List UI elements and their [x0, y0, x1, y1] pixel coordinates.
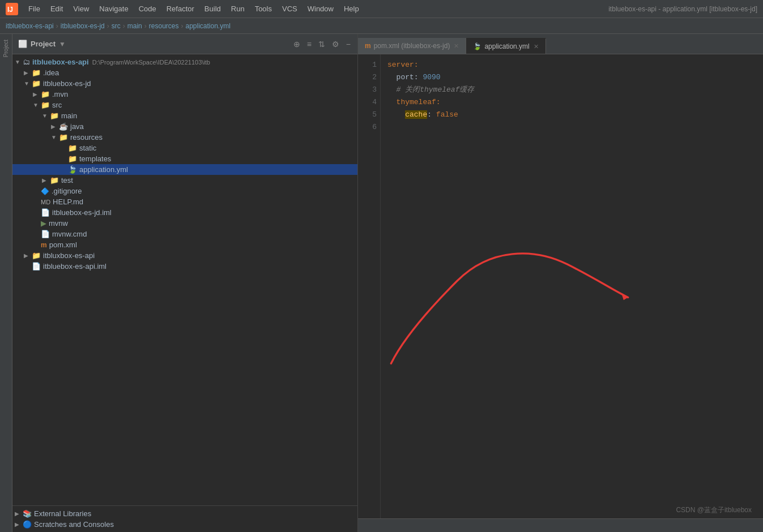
menu-build[interactable]: Build: [200, 3, 225, 15]
editor-area: m pom.xml (itbluebox-es-jd) ✕ 🍃 applicat…: [358, 34, 763, 532]
menu-file[interactable]: File: [24, 3, 45, 15]
tree-item-resources[interactable]: ▼ 📁 resources: [12, 132, 357, 143]
menu-edit[interactable]: Edit: [46, 3, 67, 15]
line-numbers: 1 2 3 4 5 6: [358, 54, 381, 518]
tree-bottom: ▶ 📚 External Libraries ▶ 🔵 Scratches and…: [12, 505, 357, 532]
menu-code[interactable]: Code: [134, 3, 161, 15]
tree-item-templates[interactable]: 📁 templates: [12, 153, 357, 164]
tree-item-root-iml[interactable]: 📄 itbluebox-es-api.iml: [12, 261, 357, 272]
app-logo: IJ: [6, 3, 18, 15]
tree-item-main[interactable]: ▼ 📁 main: [12, 110, 357, 121]
code-editor[interactable]: server: port: 9090 # 关闭thymeleaf缓存 thyme…: [381, 54, 763, 518]
file-tree-title: ⬜ Project ▼: [18, 40, 66, 48]
tree-item-es-jd[interactable]: ▼ 📁 itbluebox-es-jd: [12, 78, 357, 89]
collapse-all-icon[interactable]: ≡: [306, 38, 313, 50]
menu-help[interactable]: Help: [339, 3, 364, 15]
menu-vcs[interactable]: VCS: [278, 3, 302, 15]
sidebar-strip: Project: [0, 34, 12, 532]
tree-item-iml[interactable]: 📄 itbluebox-es-jd.iml: [12, 207, 357, 218]
tab-pom-xml[interactable]: m pom.xml (itbluebox-es-jd) ✕: [358, 38, 466, 54]
locate-icon[interactable]: ⊕: [292, 38, 301, 50]
tree-item-java[interactable]: ▶ ☕ java: [12, 121, 357, 132]
tree-item-pom[interactable]: m pom.xml: [12, 239, 357, 250]
menu-view[interactable]: View: [69, 3, 93, 15]
tree-item-gitignore[interactable]: 🔷 .gitignore: [12, 186, 357, 196]
file-tree: ▼ 🗂 itbluebox-es-api D:\ProgramWorkSpace…: [12, 54, 357, 505]
menu-run[interactable]: Run: [227, 3, 249, 15]
tree-item-mvnw-cmd[interactable]: 📄 mvnw.cmd: [12, 229, 357, 239]
settings-icon[interactable]: ⚙: [331, 38, 340, 50]
tab-close-yml[interactable]: ✕: [534, 43, 539, 50]
hide-icon[interactable]: −: [345, 38, 352, 50]
tree-item-external-libraries[interactable]: ▶ 📚 External Libraries: [12, 508, 357, 519]
file-tree-header: ⬜ Project ▼ ⊕ ≡ ⇅ ⚙ −: [12, 34, 357, 54]
tab-application-yml[interactable]: 🍃 application.yml ✕: [466, 38, 545, 54]
expand-icon[interactable]: ⇅: [317, 38, 326, 50]
tree-item-scratches[interactable]: ▶ 🔵 Scratches and Consoles: [12, 519, 357, 530]
tree-item-mvn[interactable]: ▶ 📁 .mvn: [12, 89, 357, 100]
file-tree-panel: ⬜ Project ▼ ⊕ ≡ ⇅ ⚙ − ▼ 🗂 itbluebox-es-a…: [12, 34, 358, 532]
tree-controls: ⊕ ≡ ⇅ ⚙ −: [292, 38, 352, 50]
tree-item-idea[interactable]: ▶ 📁 .idea: [12, 67, 357, 78]
tree-item-test[interactable]: ▶ 📁 test: [12, 175, 357, 186]
breadcrumb-item-2[interactable]: src: [112, 22, 121, 30]
tree-item-static[interactable]: 📁 static: [12, 143, 357, 153]
breadcrumb-item-4[interactable]: resources: [149, 22, 179, 30]
tree-item-helpmd[interactable]: MD HELP.md: [12, 196, 357, 207]
breadcrumb-item-3[interactable]: main: [127, 22, 142, 30]
menu-navigate[interactable]: Navigate: [95, 3, 133, 15]
tree-item-mvnw[interactable]: ▶ mvnw: [12, 218, 357, 229]
window-title: itbluebox-es-api - application.yml [itbl…: [608, 5, 757, 13]
bottom-bar: CSDN @蓝盒子itbluebox: [358, 518, 763, 532]
tree-item-src[interactable]: ▼ 📁 src: [12, 100, 357, 110]
tree-item-application-yml[interactable]: 🍃 application.yml: [12, 164, 357, 175]
menu-bar: File Edit View Navigate Code Refactor Bu…: [24, 3, 603, 15]
menu-tools[interactable]: Tools: [250, 3, 276, 15]
breadcrumb-item-5[interactable]: application.yml: [185, 22, 230, 30]
menu-refactor[interactable]: Refactor: [162, 3, 199, 15]
tree-item-itbluxbox-es-api[interactable]: ▶ 📁 itbluxbox-es-api: [12, 250, 357, 261]
breadcrumb: itbluebox-es-api › itbluebox-es-jd › src…: [0, 18, 763, 34]
main-layout: Project ⬜ Project ▼ ⊕ ≡ ⇅ ⚙ − ▼ 🗂: [0, 34, 763, 532]
svg-text:IJ: IJ: [7, 6, 13, 14]
title-bar: IJ File Edit View Navigate Code Refactor…: [0, 0, 763, 18]
sidebar-project-label[interactable]: Project: [2, 37, 10, 60]
tree-item-root[interactable]: ▼ 🗂 itbluebox-es-api D:\ProgramWorkSpace…: [12, 57, 357, 67]
breadcrumb-item-1[interactable]: itbluebox-es-jd: [61, 22, 105, 30]
menu-window[interactable]: Window: [303, 3, 338, 15]
breadcrumb-item-0[interactable]: itbluebox-es-api: [6, 22, 54, 30]
editor-content[interactable]: 1 2 3 4 5 6 server: port: 9090 # 关闭thyme…: [358, 54, 763, 518]
editor-tabs: m pom.xml (itbluebox-es-jd) ✕ 🍃 applicat…: [358, 34, 763, 54]
tab-close-pom[interactable]: ✕: [454, 42, 459, 50]
